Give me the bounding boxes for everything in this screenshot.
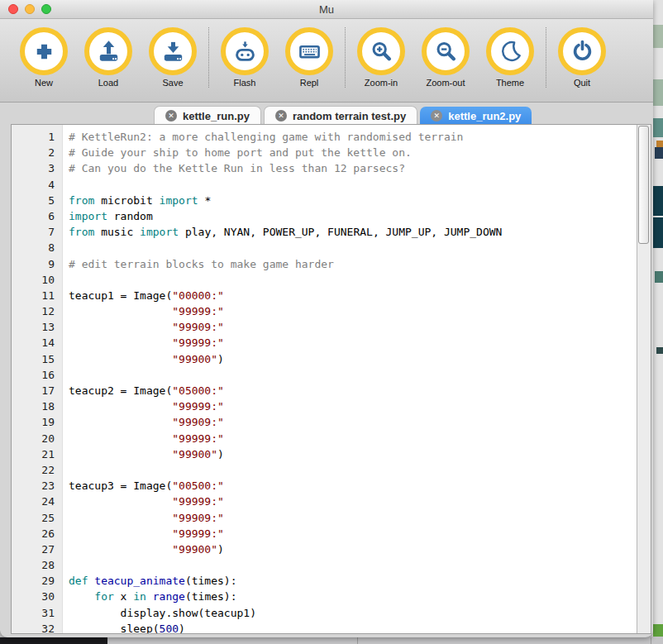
line-number: 20 (12, 431, 55, 446)
token-string: "99909:" (172, 512, 224, 524)
zoom-in-icon (357, 27, 405, 75)
power-icon (558, 27, 606, 75)
code-line[interactable] (69, 177, 637, 193)
toolbar-group: Zoom-inZoom-outTheme (345, 27, 546, 88)
token-keyword: from (69, 194, 94, 207)
code-line[interactable]: sleep(500) (69, 621, 637, 633)
code-line[interactable]: "99999:" (69, 431, 637, 446)
code-line[interactable] (69, 462, 637, 478)
line-number: 15 (12, 351, 55, 367)
token-plain: display.show(teacup1) (69, 607, 256, 619)
token-string: "99900" (172, 353, 217, 365)
scrollbar-thumb[interactable] (638, 126, 649, 244)
toolbar-button-label: Load (98, 78, 118, 88)
token-number: 500 (160, 623, 179, 633)
toolbar: NewLoadSaveFlashReplZoom-inZoom-outTheme… (0, 19, 653, 103)
line-number: 1 (12, 129, 55, 145)
tab-random-terrain-test-py[interactable]: ✕random terrain test.py (264, 106, 417, 125)
code-line[interactable]: "99900") (69, 351, 637, 367)
theme-button[interactable]: Theme (478, 27, 542, 88)
token-string: "99999:" (172, 527, 224, 540)
line-number: 21 (12, 446, 55, 462)
title-bar[interactable]: Mu (0, 0, 653, 19)
line-number: 8 (12, 240, 55, 255)
token-plain: microbit (94, 194, 159, 207)
load-button[interactable]: Load (76, 27, 141, 88)
code-text-area[interactable]: # KettleRun2: a more challenging game wi… (63, 125, 637, 633)
code-line[interactable]: "99909:" (69, 414, 637, 430)
code-editor[interactable]: 1234567891011121314151617181920212223242… (11, 124, 651, 634)
close-tab-icon[interactable]: ✕ (165, 110, 177, 122)
zoom-out-button[interactable]: Zoom-out (413, 27, 478, 88)
tab-kettle_run-py[interactable]: ✕kettle_run.py (154, 106, 261, 125)
code-line[interactable]: # Can you do the Kettle Run in less than… (69, 160, 637, 176)
code-line[interactable]: import random (69, 208, 637, 224)
new-button[interactable]: New (12, 27, 76, 88)
code-line[interactable]: teacup1 = Image("00000:" (69, 288, 637, 303)
minimize-window-button[interactable] (25, 4, 35, 14)
code-line[interactable]: for x in range(times): (69, 589, 637, 604)
code-line[interactable]: "99999:" (69, 398, 637, 414)
line-number: 25 (12, 510, 55, 526)
code-line[interactable]: teacup2 = Image("05000:" (69, 383, 637, 398)
token-plain (69, 416, 172, 428)
token-plain (69, 321, 172, 333)
code-line[interactable]: # Guide your ship to home port and put t… (69, 145, 637, 160)
code-line[interactable] (69, 367, 637, 383)
code-line[interactable]: "99900") (69, 446, 637, 462)
toolbar-button-label: Zoom-out (426, 78, 465, 88)
code-line[interactable]: "99999:" (69, 526, 637, 541)
token-plain (69, 353, 172, 365)
code-line[interactable] (69, 240, 637, 255)
line-number: 4 (12, 177, 55, 193)
code-line[interactable] (69, 557, 637, 573)
token-plain: ) (179, 623, 185, 633)
flash-button[interactable]: Flash (212, 27, 277, 88)
code-line[interactable]: "99999:" (69, 335, 637, 351)
close-tab-icon[interactable]: ✕ (431, 110, 442, 122)
token-plain (146, 590, 153, 603)
line-number: 22 (12, 462, 55, 478)
line-number: 18 (12, 398, 55, 414)
close-tab-icon[interactable]: ✕ (275, 110, 287, 122)
quit-button[interactable]: Quit (550, 27, 614, 88)
save-button[interactable]: Save (141, 27, 205, 88)
line-number: 27 (12, 541, 55, 557)
code-line[interactable]: "99999:" (69, 303, 637, 319)
vertical-scrollbar[interactable] (637, 125, 651, 633)
toolbar-button-label: Zoom-in (365, 78, 398, 88)
line-number: 16 (12, 367, 55, 383)
code-line[interactable]: from music import play, NYAN, POWER_UP, … (69, 224, 637, 240)
zoom-window-button[interactable] (41, 4, 51, 14)
window-title: Mu (319, 3, 334, 16)
repl-button[interactable]: Repl (277, 27, 341, 88)
tab-kettle_run2-py[interactable]: ✕kettle_run2.py (420, 107, 532, 125)
token-plain (69, 512, 172, 524)
token-string: "99900" (172, 543, 217, 556)
code-line[interactable]: teacup3 = Image("00500:" (69, 478, 637, 494)
line-number: 28 (12, 557, 55, 573)
code-line[interactable]: "99909:" (69, 510, 637, 526)
code-line[interactable]: # KettleRun2: a more challenging game wi… (69, 129, 637, 145)
token-plain: music (94, 226, 140, 238)
token-plain: ) (217, 543, 224, 556)
code-line[interactable] (69, 272, 637, 288)
close-window-button[interactable] (8, 4, 18, 14)
token-plain (69, 495, 172, 508)
code-line[interactable]: "99909:" (69, 319, 637, 335)
toolbar-button-label: Save (162, 78, 183, 88)
code-line[interactable]: from microbit import * (69, 193, 637, 208)
code-line[interactable]: "99900") (69, 541, 637, 557)
code-line[interactable]: "99999:" (69, 494, 637, 509)
line-number: 3 (12, 160, 55, 176)
zoom-in-button[interactable]: Zoom-in (349, 27, 413, 88)
code-line[interactable]: # edit terrain blocks to make game harde… (69, 256, 637, 272)
token-plain: play, NYAN, POWER_UP, FUNERAL, JUMP_UP, … (179, 226, 502, 238)
token-keyword: from (69, 226, 94, 238)
token-plain: teacup2 = Image( (69, 384, 172, 397)
code-line[interactable]: def teacup_animate(times): (69, 573, 637, 589)
token-plain (69, 527, 172, 540)
code-line[interactable]: display.show(teacup1) (69, 605, 637, 621)
desktop-fragment (655, 271, 663, 283)
toolbar-group: NewLoadSave (8, 27, 208, 88)
